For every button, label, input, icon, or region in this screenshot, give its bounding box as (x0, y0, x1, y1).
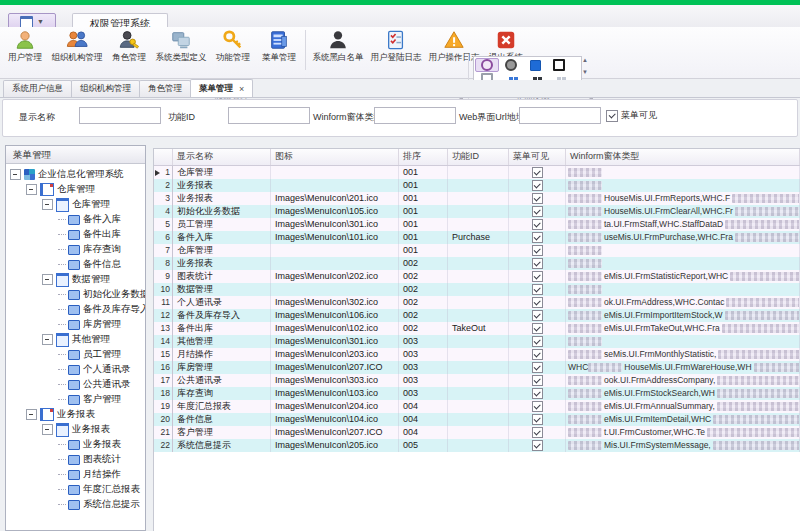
cell-display-name[interactable]: 年度汇总报表 (173, 400, 271, 413)
checkbox-checked-icon[interactable] (532, 362, 543, 373)
cell-function-id[interactable] (448, 283, 509, 296)
tree-item-公共通讯录[interactable]: 公共通讯录 (6, 377, 145, 392)
tree-item-个人通讯录[interactable]: 个人通讯录 (6, 362, 145, 377)
cell-order[interactable]: 002 (399, 322, 448, 335)
tree-item-系统信息提示[interactable]: 系统信息提示 (6, 497, 145, 512)
doc-tab-系统用户信息[interactable]: 系统用户信息 (3, 80, 72, 97)
cell-display-name[interactable]: 初始化业务数据 (173, 205, 271, 218)
cell-menu-visible[interactable] (509, 231, 566, 244)
cell-icon-path[interactable]: Images\MenuIcon\105.ico (271, 205, 399, 218)
cell-function-id[interactable]: TakeOut (448, 322, 509, 335)
checkbox-checked-icon[interactable] (532, 232, 543, 243)
cell-icon-path[interactable]: Images\MenuIcon\303.ico (271, 374, 399, 387)
cell-function-id[interactable] (448, 296, 509, 309)
table-row[interactable]: 11个人通讯录Images\MenuIcon\302.ico002ok.UI.F… (154, 296, 800, 309)
checkbox-checked-icon[interactable] (532, 193, 543, 204)
cell-order[interactable]: 004 (399, 400, 448, 413)
cell-icon-path[interactable] (271, 257, 399, 270)
table-row[interactable]: 10数据管理002 (154, 283, 800, 296)
table-row[interactable]: 22系统信息提示Images\MenuIcon\205.ico005Mis.UI… (154, 439, 800, 452)
skin-option-1[interactable] (475, 58, 499, 72)
cell-menu-visible[interactable] (509, 270, 566, 283)
checkbox-checked-icon[interactable] (532, 323, 543, 334)
menu-visible-filter[interactable]: 菜单可见 (606, 109, 657, 122)
cell-display-name[interactable]: 仓库管理 (173, 166, 271, 179)
cell-function-id[interactable] (448, 426, 509, 439)
cell-winform-type[interactable]: ok.UI.FrmAddress,WHC.Contac (566, 296, 800, 309)
cell-display-name[interactable]: 月结操作 (173, 348, 271, 361)
cell-menu-visible[interactable] (509, 283, 566, 296)
cell-winform-type[interactable] (566, 257, 800, 270)
scroll-up-icon[interactable]: ▲ (582, 57, 588, 63)
table-row[interactable]: 20备件信息Images\MenuIcon\104.ico004eMis.UI.… (154, 413, 800, 426)
close-icon[interactable]: × (239, 84, 244, 94)
tree-item-仓库管理[interactable]: 仓库管理 (6, 197, 145, 212)
cell-winform-type[interactable]: eMis.UI.FrmImportItemStock,Wrk.Ware. (566, 309, 800, 322)
table-row[interactable]: 8业务报表002 (154, 257, 800, 270)
cell-icon-path[interactable]: Images\MenuIcon\203.ico (271, 348, 399, 361)
cell-winform-type[interactable]: ta.UI.FrmStaff,WHC.StaffDataD (566, 218, 800, 231)
cell-function-id[interactable] (448, 374, 509, 387)
cell-icon-path[interactable]: Images\MenuIcon\202.ico (271, 270, 399, 283)
cell-display-name[interactable]: 备件信息 (173, 413, 271, 426)
cell-winform-type[interactable] (566, 244, 800, 257)
cell-display-name[interactable]: 业务报表 (173, 179, 271, 192)
cell-menu-visible[interactable] (509, 244, 566, 257)
cell-menu-visible[interactable] (509, 166, 566, 179)
cell-function-id[interactable] (448, 413, 509, 426)
tree-collapse-icon[interactable] (42, 199, 53, 210)
tree-item-客户管理[interactable]: 客户管理 (6, 392, 145, 407)
cell-icon-path[interactable]: Images\MenuIcon\101.ico (271, 231, 399, 244)
grid-column-header-排序[interactable]: 排序 (399, 149, 448, 165)
cell-winform-type[interactable]: eMis.UI.FrmItemDetail,WHCareHouseD (566, 413, 800, 426)
cell-display-name[interactable]: 业务报表 (173, 192, 271, 205)
tree-collapse-icon[interactable] (10, 169, 21, 180)
cell-icon-path[interactable]: Images\MenuIcon\205.ico (271, 439, 399, 452)
checkbox-checked-icon[interactable] (532, 219, 543, 230)
cell-menu-visible[interactable] (509, 309, 566, 322)
ribbon-button-user[interactable]: 用户管理 (2, 28, 48, 64)
filter-input-0[interactable] (79, 107, 161, 124)
checkbox-checked-icon[interactable] (532, 245, 543, 256)
cell-display-name[interactable]: 其他管理 (173, 335, 271, 348)
grid-column-header-菜单可见[interactable]: 菜单可见 (509, 149, 566, 165)
table-row[interactable]: 3业务报表Images\MenuIcon\201.ico001HouseMis.… (154, 192, 800, 205)
ribbon-button-key[interactable]: 功能管理 (210, 28, 256, 64)
cell-order[interactable]: 002 (399, 283, 448, 296)
cell-winform-type[interactable]: WHCHouseMis.UI.FrmWareHouse,WHWareHouse (566, 361, 800, 374)
cell-winform-type[interactable]: eMis.UI.FrmStatisticReport,WHCWareHo. (566, 270, 800, 283)
filter-input-1[interactable] (228, 107, 310, 124)
cell-order[interactable]: 002 (399, 257, 448, 270)
cell-function-id[interactable] (448, 257, 509, 270)
cell-winform-type[interactable] (566, 166, 800, 179)
checkbox-checked-icon[interactable] (532, 388, 543, 399)
tree-item-备件信息[interactable]: 备件信息 (6, 257, 145, 272)
cell-winform-type[interactable]: useMis.UI.FrmPurchase,WHC.FraHouseDx (566, 231, 800, 244)
cell-function-id[interactable] (448, 335, 509, 348)
cell-function-id[interactable] (448, 348, 509, 361)
tree-item-图表统计[interactable]: 图表统计 (6, 452, 145, 467)
cell-icon-path[interactable]: Images\MenuIcon\201.ico (271, 192, 399, 205)
cell-display-name[interactable]: 库存查询 (173, 387, 271, 400)
cell-order[interactable]: 004 (399, 413, 448, 426)
grid-column-header-显示名称[interactable]: 显示名称 (173, 149, 271, 165)
cell-display-name[interactable]: 数据管理 (173, 283, 271, 296)
cell-winform-type[interactable] (566, 283, 800, 296)
cell-menu-visible[interactable] (509, 192, 566, 205)
tree-item-员工管理[interactable]: 员工管理 (6, 347, 145, 362)
cell-function-id[interactable] (448, 400, 509, 413)
ribbon-button-menu-window[interactable]: 菜单管理 (256, 28, 302, 64)
tree-item-业务报表[interactable]: 业务报表 (6, 407, 145, 422)
cell-icon-path[interactable]: Images\MenuIcon\204.ico (271, 400, 399, 413)
cell-display-name[interactable]: 仓库管理 (173, 244, 271, 257)
cell-winform-type[interactable]: t.UI.FrmCustomer,WHC.Tedll (566, 426, 800, 439)
cell-order[interactable]: 001 (399, 218, 448, 231)
cell-display-name[interactable]: 备件出库 (173, 322, 271, 335)
tree-item-备件入库[interactable]: 备件入库 (6, 212, 145, 227)
cell-order[interactable]: 002 (399, 296, 448, 309)
cell-icon-path[interactable] (271, 179, 399, 192)
doc-tab-菜单管理[interactable]: 菜单管理× (190, 79, 253, 97)
checkbox-checked-icon[interactable] (532, 258, 543, 269)
cell-winform-type[interactable]: HouseMis.UI.FrmReports,WHC.FHouseDx.d (566, 192, 800, 205)
ribbon-button-users[interactable]: 组织机构管理 (48, 28, 106, 64)
